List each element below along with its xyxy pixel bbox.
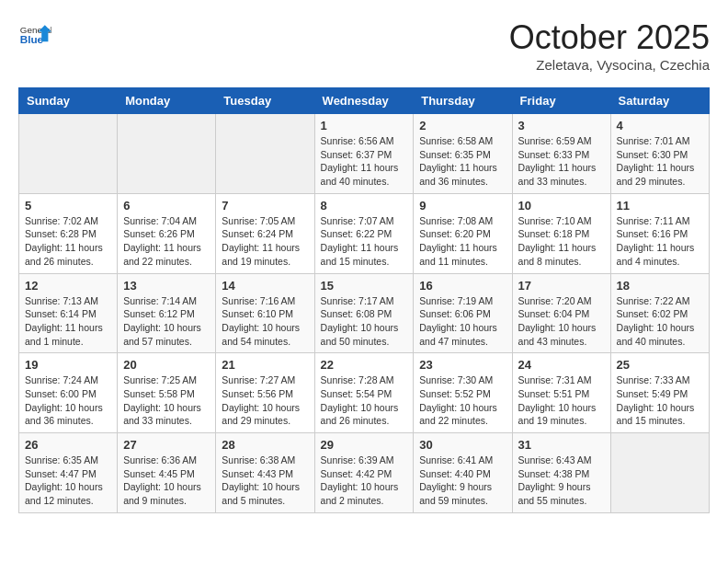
day-info: Sunrise: 6:41 AM Sunset: 4:40 PM Dayligh…: [419, 454, 506, 508]
calendar-cell: 25Sunrise: 7:33 AM Sunset: 5:49 PM Dayli…: [610, 353, 709, 433]
calendar-cell: 9Sunrise: 7:08 AM Sunset: 6:20 PM Daylig…: [414, 193, 512, 273]
day-number: 21: [222, 358, 308, 372]
day-info: Sunrise: 7:01 AM Sunset: 6:30 PM Dayligh…: [617, 134, 703, 189]
calendar-cell: 18Sunrise: 7:22 AM Sunset: 6:02 PM Dayli…: [610, 273, 709, 353]
svg-text:Blue: Blue: [20, 33, 44, 45]
day-number: 22: [321, 358, 408, 372]
calendar-cell: 14Sunrise: 7:16 AM Sunset: 6:10 PM Dayli…: [216, 273, 314, 353]
day-info: Sunrise: 7:19 AM Sunset: 6:06 PM Dayligh…: [419, 294, 506, 349]
calendar-cell: [610, 433, 709, 513]
calendar-cell: 10Sunrise: 7:10 AM Sunset: 6:18 PM Dayli…: [512, 193, 610, 273]
day-info: Sunrise: 7:10 AM Sunset: 6:18 PM Dayligh…: [518, 214, 605, 269]
day-number: 19: [25, 358, 111, 372]
day-number: 14: [222, 279, 308, 293]
day-info: Sunrise: 6:39 AM Sunset: 4:42 PM Dayligh…: [321, 454, 408, 508]
day-info: Sunrise: 6:38 AM Sunset: 4:43 PM Dayligh…: [222, 454, 308, 508]
calendar-week-row: 19Sunrise: 7:24 AM Sunset: 6:00 PM Dayli…: [19, 353, 710, 433]
day-info: Sunrise: 7:30 AM Sunset: 5:52 PM Dayligh…: [419, 373, 506, 428]
day-info: Sunrise: 6:36 AM Sunset: 4:45 PM Dayligh…: [123, 454, 210, 508]
calendar-week-row: 12Sunrise: 7:13 AM Sunset: 6:14 PM Dayli…: [19, 273, 710, 353]
day-number: 16: [419, 279, 506, 293]
location: Zeletava, Vysocina, Czechia: [509, 57, 710, 73]
day-info: Sunrise: 6:43 AM Sunset: 4:38 PM Dayligh…: [518, 454, 605, 508]
calendar-cell: [19, 114, 118, 194]
calendar-cell: [216, 114, 314, 194]
day-info: Sunrise: 7:28 AM Sunset: 5:54 PM Dayligh…: [321, 373, 408, 428]
day-number: 27: [123, 438, 210, 452]
day-info: Sunrise: 6:58 AM Sunset: 6:35 PM Dayligh…: [419, 134, 506, 189]
weekday-header: Monday: [118, 88, 216, 114]
day-number: 6: [123, 199, 210, 213]
calendar-cell: 27Sunrise: 6:36 AM Sunset: 4:45 PM Dayli…: [118, 433, 216, 513]
calendar-cell: 30Sunrise: 6:41 AM Sunset: 4:40 PM Dayli…: [414, 433, 512, 513]
day-info: Sunrise: 7:08 AM Sunset: 6:20 PM Dayligh…: [419, 214, 506, 269]
day-info: Sunrise: 7:11 AM Sunset: 6:16 PM Dayligh…: [617, 214, 703, 269]
day-info: Sunrise: 6:59 AM Sunset: 6:33 PM Dayligh…: [518, 134, 605, 189]
calendar-cell: 28Sunrise: 6:38 AM Sunset: 4:43 PM Dayli…: [216, 433, 314, 513]
calendar-cell: 4Sunrise: 7:01 AM Sunset: 6:30 PM Daylig…: [610, 114, 709, 194]
day-number: 8: [321, 199, 408, 213]
day-number: 4: [617, 119, 703, 132]
calendar-cell: 26Sunrise: 6:35 AM Sunset: 4:47 PM Dayli…: [19, 433, 118, 513]
page-header: General Blue October 2025 Zeletava, Vyso…: [18, 18, 710, 73]
calendar-cell: 20Sunrise: 7:25 AM Sunset: 5:58 PM Dayli…: [118, 353, 216, 433]
calendar-cell: 5Sunrise: 7:02 AM Sunset: 6:28 PM Daylig…: [19, 193, 118, 273]
day-info: Sunrise: 7:27 AM Sunset: 5:56 PM Dayligh…: [222, 373, 308, 428]
day-number: 11: [617, 199, 703, 213]
day-number: 29: [321, 438, 408, 452]
month-title: October 2025: [509, 18, 710, 57]
calendar-cell: 16Sunrise: 7:19 AM Sunset: 6:06 PM Dayli…: [414, 273, 512, 353]
calendar-cell: 15Sunrise: 7:17 AM Sunset: 6:08 PM Dayli…: [314, 273, 414, 353]
title-block: October 2025 Zeletava, Vysocina, Czechia: [509, 18, 710, 73]
day-info: Sunrise: 7:16 AM Sunset: 6:10 PM Dayligh…: [222, 294, 308, 349]
weekday-header: Friday: [512, 88, 610, 114]
calendar-cell: 22Sunrise: 7:28 AM Sunset: 5:54 PM Dayli…: [314, 353, 414, 433]
day-info: Sunrise: 7:04 AM Sunset: 6:26 PM Dayligh…: [123, 214, 210, 269]
day-info: Sunrise: 6:56 AM Sunset: 6:37 PM Dayligh…: [321, 134, 408, 189]
calendar: SundayMondayTuesdayWednesdayThursdayFrid…: [18, 87, 710, 513]
day-number: 31: [518, 438, 605, 452]
day-number: 5: [25, 199, 111, 213]
day-info: Sunrise: 7:24 AM Sunset: 6:00 PM Dayligh…: [25, 373, 111, 428]
day-number: 15: [321, 279, 408, 293]
calendar-cell: 21Sunrise: 7:27 AM Sunset: 5:56 PM Dayli…: [216, 353, 314, 433]
calendar-week-row: 1Sunrise: 6:56 AM Sunset: 6:37 PM Daylig…: [19, 114, 710, 194]
calendar-cell: 2Sunrise: 6:58 AM Sunset: 6:35 PM Daylig…: [414, 114, 512, 194]
calendar-cell: 13Sunrise: 7:14 AM Sunset: 6:12 PM Dayli…: [118, 273, 216, 353]
day-info: Sunrise: 7:17 AM Sunset: 6:08 PM Dayligh…: [321, 294, 408, 349]
day-info: Sunrise: 7:05 AM Sunset: 6:24 PM Dayligh…: [222, 214, 308, 269]
day-info: Sunrise: 7:02 AM Sunset: 6:28 PM Dayligh…: [25, 214, 111, 269]
day-number: 26: [25, 438, 111, 452]
day-info: Sunrise: 6:35 AM Sunset: 4:47 PM Dayligh…: [25, 454, 111, 508]
day-number: 9: [419, 199, 506, 213]
day-number: 17: [518, 279, 605, 293]
day-info: Sunrise: 7:13 AM Sunset: 6:14 PM Dayligh…: [25, 294, 111, 349]
calendar-cell: 24Sunrise: 7:31 AM Sunset: 5:51 PM Dayli…: [512, 353, 610, 433]
day-number: 25: [617, 358, 703, 372]
day-number: 10: [518, 199, 605, 213]
calendar-cell: 6Sunrise: 7:04 AM Sunset: 6:26 PM Daylig…: [118, 193, 216, 273]
calendar-week-row: 26Sunrise: 6:35 AM Sunset: 4:47 PM Dayli…: [19, 433, 710, 513]
day-info: Sunrise: 7:07 AM Sunset: 6:22 PM Dayligh…: [321, 214, 408, 269]
day-info: Sunrise: 7:31 AM Sunset: 5:51 PM Dayligh…: [518, 373, 605, 428]
day-number: 12: [25, 279, 111, 293]
day-number: 2: [419, 119, 506, 132]
day-number: 1: [321, 119, 408, 132]
day-number: 7: [222, 199, 308, 213]
day-number: 3: [518, 119, 605, 132]
calendar-cell: 23Sunrise: 7:30 AM Sunset: 5:52 PM Dayli…: [414, 353, 512, 433]
calendar-cell: 17Sunrise: 7:20 AM Sunset: 6:04 PM Dayli…: [512, 273, 610, 353]
calendar-cell: 31Sunrise: 6:43 AM Sunset: 4:38 PM Dayli…: [512, 433, 610, 513]
calendar-week-row: 5Sunrise: 7:02 AM Sunset: 6:28 PM Daylig…: [19, 193, 710, 273]
logo: General Blue: [18, 18, 51, 52]
day-info: Sunrise: 7:20 AM Sunset: 6:04 PM Dayligh…: [518, 294, 605, 349]
weekday-header: Sunday: [19, 88, 118, 114]
day-info: Sunrise: 7:22 AM Sunset: 6:02 PM Dayligh…: [617, 294, 703, 349]
day-number: 23: [419, 358, 506, 372]
weekday-header-row: SundayMondayTuesdayWednesdayThursdayFrid…: [19, 88, 710, 114]
day-number: 30: [419, 438, 506, 452]
calendar-cell: [118, 114, 216, 194]
logo-icon: General Blue: [18, 18, 51, 52]
day-info: Sunrise: 7:14 AM Sunset: 6:12 PM Dayligh…: [123, 294, 210, 349]
weekday-header: Thursday: [414, 88, 512, 114]
